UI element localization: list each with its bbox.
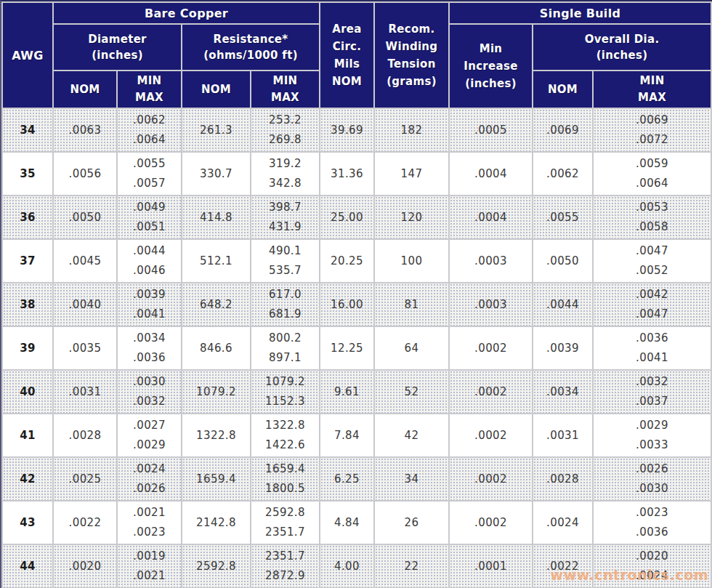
- awg-value: 38: [3, 283, 52, 326]
- min-value: .0024: [118, 459, 181, 479]
- min-value: .0034: [118, 329, 181, 348]
- area-value: 16.00: [320, 283, 373, 326]
- tension-value: 22: [375, 545, 448, 587]
- table-row: 42 .0025 .0024.0026 1659.4 1659.41800.5 …: [3, 458, 711, 500]
- min-value: 1079.2: [251, 372, 319, 392]
- res-nom-value: 2142.8: [182, 502, 250, 544]
- dia-minmax-value: .0019.0021: [118, 545, 181, 587]
- min-value: .0069: [594, 110, 711, 130]
- tension-value: 120: [375, 196, 448, 238]
- max-value: 2351.7: [251, 523, 319, 542]
- header-min-increase: Min Increase (inches): [450, 25, 532, 108]
- header-line: Circ.: [320, 38, 373, 55]
- header-line: (inches): [54, 47, 181, 63]
- max-value: .0037: [594, 392, 711, 411]
- max-value: .0064: [594, 174, 711, 193]
- res-nom-value: 1659.4: [182, 458, 250, 500]
- od-minmax-value: .0032.0037: [594, 371, 711, 413]
- area-value: 20.25: [320, 240, 373, 282]
- od-minmax-value: .0047.0052: [594, 240, 711, 282]
- header-diameter: Diameter (inches): [54, 25, 181, 70]
- min-increase-value: .0003: [450, 240, 532, 282]
- min-value: .0044: [118, 241, 181, 261]
- res-minmax-value: 2592.82351.7: [251, 502, 319, 544]
- header-dia-nom: NOM: [54, 71, 116, 108]
- max-value: .0029: [118, 435, 181, 455]
- res-nom-value: 512.1: [182, 240, 250, 282]
- min-value: .0036: [594, 329, 711, 348]
- od-minmax-value: .0029.0033: [594, 414, 711, 456]
- min-value: 319.2: [251, 154, 319, 174]
- area-value: 6.25: [320, 458, 373, 500]
- header-line: (inches): [450, 75, 532, 92]
- min-increase-value: .0002: [450, 458, 532, 500]
- od-nom-value: .0034: [533, 371, 592, 413]
- od-nom-value: .0044: [533, 283, 592, 326]
- min-value: 2592.8: [251, 503, 319, 523]
- od-nom-value: .0062: [533, 153, 592, 195]
- header-od-nom: NOM: [533, 71, 592, 108]
- min-value: .0027: [118, 416, 181, 435]
- res-minmax-value: 1322.81422.6: [251, 414, 319, 456]
- od-minmax-value: .0059.0064: [594, 153, 711, 195]
- header-line: Resistance*: [182, 31, 319, 47]
- header-line: Diameter: [54, 31, 181, 47]
- area-value: 12.25: [320, 327, 373, 369]
- header-line: (inches): [533, 47, 711, 63]
- awg-value: 40: [3, 371, 52, 413]
- dia-nom-value: .0025: [54, 458, 116, 500]
- max-value: 342.8: [251, 174, 319, 193]
- min-increase-value: .0004: [450, 196, 532, 238]
- wire-gauge-table: AWG Bare Copper Area Circ. Mils NOM Reco…: [0, 0, 712, 588]
- dia-nom-value: .0020: [54, 545, 116, 587]
- max-value: .0036: [594, 523, 711, 542]
- awg-value: 42: [3, 458, 52, 500]
- dia-nom-value: .0056: [54, 153, 116, 195]
- min-value: .0053: [594, 198, 711, 217]
- max-value: 535.7: [251, 261, 319, 281]
- dia-minmax-value: .0021.0023: [118, 502, 181, 544]
- max-value: .0033: [594, 435, 711, 455]
- tension-value: 81: [375, 283, 448, 326]
- dia-minmax-value: .0044.0046: [118, 240, 181, 282]
- header-line: MAX: [118, 89, 181, 106]
- area-value: 31.36: [320, 153, 373, 195]
- res-nom-value: 261.3: [182, 109, 250, 151]
- od-nom-value: .0028: [533, 458, 592, 500]
- res-minmax-value: 490.1535.7: [251, 240, 319, 282]
- awg-value: 39: [3, 327, 52, 369]
- max-value: .0021: [118, 566, 181, 586]
- res-nom-value: 1322.8: [182, 414, 250, 456]
- header-line: Overall Dia.: [533, 31, 711, 47]
- res-minmax-value: 253.2269.8: [251, 109, 319, 151]
- table-row: 39 .0035 .0034.0036 846.6 800.2897.1 12.…: [3, 327, 711, 369]
- min-value: 617.0: [251, 285, 319, 305]
- min-value: .0030: [118, 372, 181, 392]
- max-value: 2872.9: [251, 566, 319, 586]
- header-line: MAX: [594, 89, 711, 106]
- header-line: (ohms/1000 ft): [182, 47, 319, 63]
- dia-minmax-value: .0049.0051: [118, 196, 181, 238]
- max-value: .0064: [118, 130, 181, 150]
- od-nom-value: .0031: [533, 414, 592, 456]
- table-row: 40 .0031 .0030.0032 1079.2 1079.21152.3 …: [3, 371, 711, 413]
- res-minmax-value: 1079.21152.3: [251, 371, 319, 413]
- min-value: 253.2: [251, 110, 319, 130]
- max-value: .0051: [118, 217, 181, 237]
- header-line: MAX: [251, 89, 319, 106]
- dia-nom-value: .0063: [54, 109, 116, 151]
- dia-nom-value: .0035: [54, 327, 116, 369]
- dia-minmax-value: .0062.0064: [118, 109, 181, 151]
- awg-value: 44: [3, 545, 52, 587]
- res-minmax-value: 2351.72872.9: [251, 545, 319, 587]
- max-value: .0024: [594, 566, 711, 586]
- header-area-circ-mils: Area Circ. Mils NOM: [320, 3, 373, 108]
- min-value: .0059: [594, 154, 711, 174]
- dia-nom-value: .0022: [54, 502, 116, 544]
- min-increase-value: .0004: [450, 153, 532, 195]
- max-value: .0072: [594, 130, 711, 150]
- od-nom-value: .0050: [533, 240, 592, 282]
- min-value: 398.7: [251, 198, 319, 217]
- area-value: 7.84: [320, 414, 373, 456]
- header-winding-tension: Recom. Winding Tension (grams): [375, 3, 448, 108]
